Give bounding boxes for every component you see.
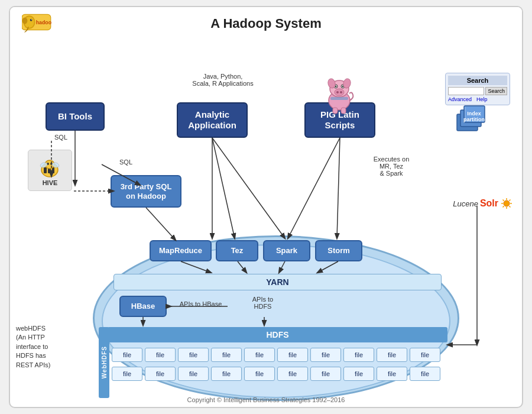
svg-line-50 xyxy=(146,208,176,240)
svg-point-5 xyxy=(31,20,32,20)
file-cell: file xyxy=(343,367,374,381)
svg-line-52 xyxy=(212,138,235,238)
yarn-bar: YARN xyxy=(113,274,442,290)
svg-point-4 xyxy=(30,19,33,21)
solr-sun-icon xyxy=(500,197,513,210)
java-python-label: Java, Python, Scala, R Applications xyxy=(184,73,261,87)
file-cell: file xyxy=(277,367,308,381)
search-input-field[interactable] xyxy=(448,87,484,95)
lucene-solr-label: Lucene Solr xyxy=(453,197,513,210)
webhdfs-bar-label: WebHDFS xyxy=(101,346,108,379)
mapreduce-box: MapReduce xyxy=(150,240,212,261)
svg-text:partition: partition xyxy=(463,117,485,122)
file-cell: file xyxy=(145,348,176,362)
file-cell: file xyxy=(377,348,407,362)
svg-line-44 xyxy=(503,206,504,207)
apis-hdfs-label: APIs to HDFS xyxy=(241,296,285,310)
file-cell: file xyxy=(145,367,176,381)
svg-line-53 xyxy=(212,138,285,238)
sql-bi-label: SQL xyxy=(54,134,67,141)
third-party-sql-box: 3rd Party SQL on Hadoop xyxy=(111,175,181,208)
advanced-link[interactable]: Advanced xyxy=(448,96,472,102)
file-cell: file xyxy=(178,348,209,362)
svg-line-54 xyxy=(288,138,340,238)
svg-line-41 xyxy=(503,200,504,201)
search-input-row: Search xyxy=(448,87,507,95)
page-title: A Hadoop System xyxy=(51,16,481,31)
webhdfs-label: webHDFS (An HTTP interface to HDFS has R… xyxy=(16,324,81,370)
file-cell: file xyxy=(310,348,341,362)
diagram-container: hadoop A Hadoop System YARN HDFS WebHDFS… xyxy=(9,6,523,408)
svg-text:Index: Index xyxy=(467,111,481,117)
file-cell: file xyxy=(211,367,242,381)
hadoop-logo: hadoop xyxy=(22,12,51,35)
apis-hbase-label: APIs to HBase xyxy=(170,300,232,308)
file-cell: file xyxy=(178,367,209,381)
spark-box: Spark xyxy=(263,240,310,261)
file-cell: file xyxy=(112,367,142,381)
sql-3rd-label: SQL xyxy=(119,159,132,166)
help-link[interactable]: Help xyxy=(476,96,488,102)
file-cell: file xyxy=(410,348,440,362)
svg-point-20 xyxy=(340,91,342,93)
hive-icon: HIVE xyxy=(28,150,72,191)
header: hadoop A Hadoop System xyxy=(10,7,522,40)
svg-point-19 xyxy=(336,91,339,93)
hdfs-bar: HDFS xyxy=(108,327,447,342)
file-cell: file xyxy=(310,367,341,381)
file-cell: file xyxy=(244,367,275,381)
diagram-area: YARN HDFS WebHDFS file file file file fi… xyxy=(10,40,522,405)
hadoop-elephant-icon: hadoop xyxy=(22,12,51,35)
search-box-title: Search xyxy=(448,76,507,85)
svg-line-42 xyxy=(509,206,510,207)
search-links: Advanced Help xyxy=(448,96,507,102)
search-box: Search Search Advanced Help xyxy=(445,73,510,105)
svg-rect-27 xyxy=(333,108,338,114)
bi-tools-box: BI Tools xyxy=(46,102,105,131)
svg-rect-28 xyxy=(341,108,346,114)
svg-line-55 xyxy=(337,138,340,238)
webhdfs-bar: WebHDFS xyxy=(99,327,109,398)
hbase-box: HBase xyxy=(119,296,167,317)
file-cell: file xyxy=(277,348,308,362)
svg-text:hadoop: hadoop xyxy=(36,20,51,25)
pig-mascot-icon xyxy=(323,76,356,119)
file-cell: file xyxy=(244,348,275,362)
hive-bee-icon xyxy=(37,154,63,179)
pig-icon xyxy=(323,76,356,114)
file-cell: file xyxy=(211,348,242,362)
svg-rect-29 xyxy=(330,97,348,100)
analytic-app-box: Analytic Application xyxy=(177,102,248,138)
svg-point-3 xyxy=(22,17,28,24)
file-cell: file xyxy=(112,348,142,362)
copyright: Copyright © Intelligent Business Strateg… xyxy=(10,396,522,403)
file-cell: file xyxy=(410,367,440,381)
file-cell: file xyxy=(343,348,374,362)
search-button[interactable]: Search xyxy=(485,87,507,95)
svg-line-43 xyxy=(509,200,510,201)
svg-rect-8 xyxy=(44,167,47,173)
tez-box: Tez xyxy=(216,240,258,261)
svg-point-36 xyxy=(504,200,510,206)
executes-on-label: Executes on MR, Tez & Spark xyxy=(362,156,421,177)
index-partition: Index partition xyxy=(452,105,499,152)
storm-box: Storm xyxy=(315,240,362,261)
svg-point-18 xyxy=(335,89,344,96)
file-cell: file xyxy=(377,367,407,381)
